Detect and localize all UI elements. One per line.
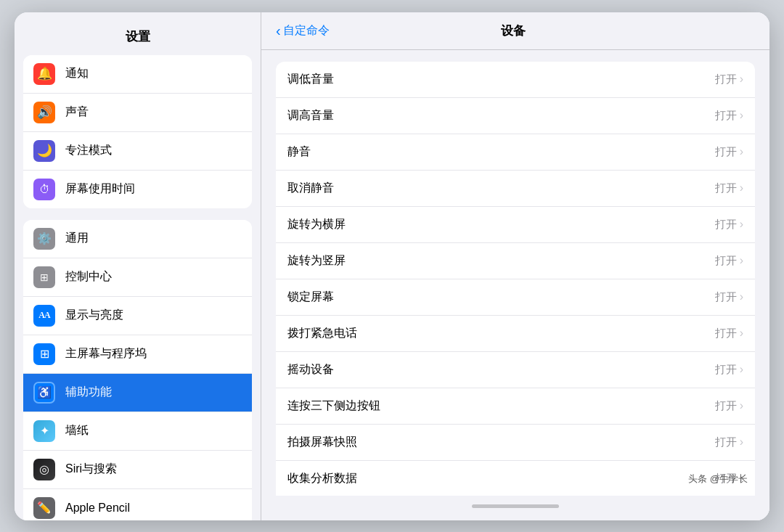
row-right: 打开 › [715, 435, 743, 449]
settings-row-shake[interactable]: 摇动设备 打开 › [276, 352, 755, 388]
row-value: 打开 [715, 363, 737, 377]
row-label: 拍摄屏幕快照 [287, 435, 715, 450]
sidebar-item-accessibility[interactable]: ♿ 辅助功能 [23, 374, 252, 412]
row-label: 摇动设备 [287, 362, 715, 377]
row-right: 打开 › [715, 399, 743, 413]
row-value: 打开 [715, 435, 737, 449]
siri-icon: ◎ [33, 459, 55, 480]
sidebar-item-sounds[interactable]: 🔊 声音 [23, 94, 252, 132]
row-value: 打开 [715, 218, 737, 232]
sidebar-item-controlcenter[interactable]: ⊞ 控制中心 [23, 258, 252, 297]
row-right: 打开 › [715, 290, 743, 304]
sidebar-item-wallpaper[interactable]: ✦ 墙纸 [23, 412, 252, 451]
row-value: 打开 [715, 181, 737, 195]
settings-row-analytics[interactable]: 收集分析数据 打开 › [276, 461, 755, 496]
row-right: 打开 › [715, 181, 743, 195]
row-right: 打开 › [715, 363, 743, 377]
sounds-icon: 🔊 [33, 102, 55, 123]
row-value: 打开 [715, 399, 737, 413]
settings-row-mute[interactable]: 静音 打开 › [276, 134, 755, 171]
chevron-right-icon: › [740, 435, 743, 449]
row-label: 调高音量 [287, 108, 715, 123]
sidebar-item-label: 通用 [65, 231, 89, 246]
row-value: 打开 [715, 327, 737, 340]
row-right: 打开 › [715, 109, 743, 123]
right-content: 调低音量 打开 › 调高音量 打开 › 静音 [261, 50, 769, 496]
settings-row-vol-up[interactable]: 调高音量 打开 › [276, 98, 755, 134]
right-panel-title: 设备 [501, 24, 526, 38]
row-label: 连按三下侧边按钮 [287, 398, 715, 414]
row-label: 取消静音 [287, 181, 715, 196]
sidebar: 设置 🔔 通知 🔊 声音 🌙 专注模式 ⏱ 屏幕使用时间 [15, 12, 261, 520]
settings-row-vol-down[interactable]: 调低音量 打开 › [276, 62, 755, 98]
sidebar-item-label: 辅助功能 [65, 385, 112, 400]
sidebar-item-display[interactable]: AA 显示与亮度 [23, 297, 252, 335]
row-label: 旋转为横屏 [287, 217, 715, 232]
home-indicator [472, 504, 559, 508]
sidebar-item-label: 控制中心 [65, 269, 112, 285]
settings-row-screenshot[interactable]: 拍摄屏幕快照 打开 › [276, 425, 755, 461]
settings-row-triple-click[interactable]: 连按三下侧边按钮 打开 › [276, 388, 755, 425]
row-value: 打开 [715, 254, 737, 268]
row-right: 打开 › [715, 73, 743, 86]
settings-row-lock[interactable]: 锁定屏幕 打开 › [276, 279, 755, 316]
screentime-icon: ⏱ [33, 179, 55, 200]
chevron-right-icon: › [740, 327, 743, 340]
wallpaper-icon: ✦ [33, 420, 55, 442]
chevron-right-icon: › [740, 73, 743, 86]
chevron-right-icon: › [740, 181, 743, 195]
back-button[interactable]: ‹ 自定命令 [276, 22, 330, 39]
sidebar-item-applepencil[interactable]: ✏️ Apple Pencil [23, 489, 252, 520]
settings-group: 调低音量 打开 › 调高音量 打开 › 静音 [276, 62, 755, 496]
sidebar-item-label: 墙纸 [65, 423, 89, 438]
right-header: ‹ 自定命令 设备 [261, 12, 769, 50]
chevron-right-icon: › [740, 145, 743, 158]
row-label: 调低音量 [287, 72, 715, 87]
sidebar-item-homescreen[interactable]: ⊞ 主屏幕与程序坞 [23, 335, 252, 374]
chevron-right-icon: › [740, 399, 743, 412]
sidebar-item-general[interactable]: ⚙️ 通用 [23, 220, 252, 258]
sidebar-item-label: Apple Pencil [65, 502, 130, 515]
row-label: 旋转为竖屏 [287, 253, 715, 269]
focus-icon: 🌙 [33, 140, 55, 162]
row-label: 收集分析数据 [287, 471, 715, 486]
chevron-right-icon: › [740, 290, 743, 303]
footer-bar [261, 496, 769, 520]
row-right: 打开 › [715, 327, 743, 340]
chevron-right-icon: › [740, 254, 743, 267]
sidebar-section-1: 🔔 通知 🔊 声音 🌙 专注模式 ⏱ 屏幕使用时间 [23, 55, 252, 208]
row-value: 打开 [715, 73, 737, 86]
chevron-right-icon: › [740, 109, 743, 122]
row-value: 打开 [715, 290, 737, 304]
row-label: 静音 [287, 144, 715, 160]
chevron-right-icon: › [740, 363, 743, 376]
sidebar-section-2: ⚙️ 通用 ⊞ 控制中心 AA 显示与亮度 ⊞ 主屏幕与程序坞 ♿ 辅助功能 [23, 220, 252, 520]
controlcenter-icon: ⊞ [33, 266, 55, 288]
accessibility-icon: ♿ [33, 382, 55, 404]
settings-row-unmute[interactable]: 取消静音 打开 › [276, 171, 755, 207]
sidebar-item-label: 显示与亮度 [65, 308, 123, 323]
display-icon: AA [33, 305, 55, 327]
sidebar-item-screentime[interactable]: ⏱ 屏幕使用时间 [23, 171, 252, 208]
watermark: 头条 @牛学长 [688, 472, 748, 486]
settings-row-rotate-landscape[interactable]: 旋转为横屏 打开 › [276, 207, 755, 243]
sidebar-item-label: 声音 [65, 105, 89, 120]
sidebar-item-siri[interactable]: ◎ Siri与搜索 [23, 451, 252, 489]
row-right: 打开 › [715, 145, 743, 159]
general-icon: ⚙️ [33, 228, 55, 250]
row-value: 打开 [715, 109, 737, 123]
row-right: 打开 › [715, 218, 743, 232]
sidebar-item-notifications[interactable]: 🔔 通知 [23, 55, 252, 94]
settings-row-rotate-portrait[interactable]: 旋转为竖屏 打开 › [276, 243, 755, 279]
row-right: 打开 › [715, 254, 743, 268]
back-label: 自定命令 [283, 23, 330, 38]
sidebar-item-focus[interactable]: 🌙 专注模式 [23, 132, 252, 171]
sidebar-item-label: 屏幕使用时间 [65, 181, 135, 197]
settings-row-emergency[interactable]: 拨打紧急电话 打开 › [276, 316, 755, 352]
sidebar-item-label: Siri与搜索 [65, 462, 117, 477]
back-chevron-icon: ‹ [276, 22, 281, 39]
homescreen-icon: ⊞ [33, 343, 55, 365]
sidebar-item-label: 主屏幕与程序坞 [65, 346, 147, 361]
sidebar-title: 设置 [15, 20, 261, 55]
row-label: 锁定屏幕 [287, 290, 715, 305]
